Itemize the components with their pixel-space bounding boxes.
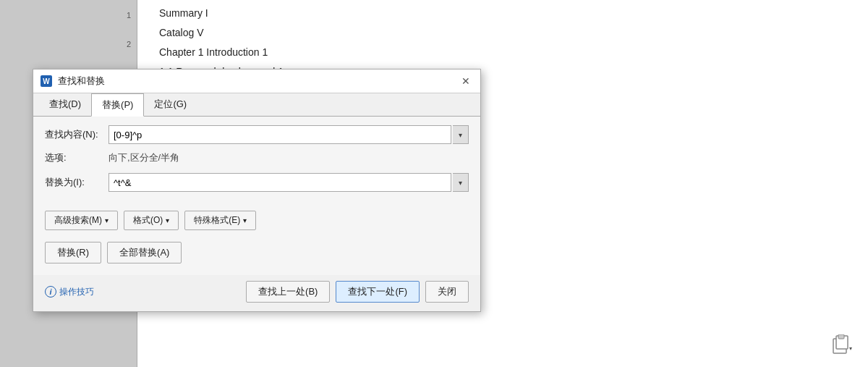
replace-dropdown-arrow[interactable]: ▾ bbox=[453, 173, 469, 192]
find-content-row: 查找内容(N): ▾ bbox=[45, 125, 469, 144]
dialog-titlebar: W 查找和替换 ✕ bbox=[33, 69, 480, 93]
replace-actions-row: 替换(R) 全部替换(A) bbox=[45, 242, 469, 263]
special-format-button[interactable]: 特殊格式(E) ▾ bbox=[184, 211, 256, 230]
options-row: 选项: 向下,区分全/半角 bbox=[45, 151, 469, 164]
dialog-actions: i 操作技巧 查找上一处(B) 查找下一处(F) 关闭 bbox=[33, 275, 480, 311]
close-button[interactable]: 关闭 bbox=[425, 281, 469, 303]
toolbar-row: 高级搜索(M) ▾ 格式(O) ▾ 特殊格式(E) ▾ bbox=[45, 208, 469, 230]
doc-line-chapter1: Chapter 1 Introduction 1 bbox=[159, 43, 846, 62]
spacer bbox=[45, 199, 469, 208]
advanced-search-arrow: ▾ bbox=[105, 216, 109, 224]
tips-link[interactable]: i 操作技巧 bbox=[45, 286, 246, 298]
replace-label: 替换为(I): bbox=[45, 176, 103, 189]
replace-button[interactable]: 替换(R) bbox=[45, 242, 101, 263]
tips-label: 操作技巧 bbox=[59, 286, 94, 298]
svg-rect-2 bbox=[838, 334, 844, 339]
options-value: 向下,区分全/半角 bbox=[109, 151, 179, 164]
find-label: 查找内容(N): bbox=[45, 128, 103, 141]
replace-input-wrap: ▾ bbox=[109, 173, 469, 192]
options-label: 选项: bbox=[45, 151, 103, 164]
doc-line-catalog: Catalog V bbox=[159, 23, 846, 43]
replace-row: 替换为(I): ▾ bbox=[45, 173, 469, 192]
find-next-button[interactable]: 查找下一处(F) bbox=[336, 281, 420, 303]
find-input[interactable] bbox=[109, 125, 451, 144]
format-label: 格式(O) bbox=[133, 214, 163, 227]
dialog-title-icon: W bbox=[41, 75, 52, 87]
find-prev-button[interactable]: 查找上一处(B) bbox=[246, 281, 330, 303]
format-arrow: ▾ bbox=[166, 216, 169, 224]
dialog-title-text: 查找和替换 bbox=[58, 75, 453, 88]
dialog-tabs: 查找(D) 替换(P) 定位(G) bbox=[33, 93, 480, 117]
tab-replace[interactable]: 替换(P) bbox=[91, 93, 144, 117]
highlighted-text: 1 bbox=[262, 46, 268, 58]
dialog-close-button[interactable]: ✕ bbox=[459, 74, 473, 88]
find-dropdown-arrow[interactable]: ▾ bbox=[453, 125, 469, 144]
special-format-label: 特殊格式(E) bbox=[194, 214, 240, 227]
action-buttons: 查找上一处(B) 查找下一处(F) 关闭 bbox=[246, 281, 469, 303]
format-button[interactable]: 格式(O) ▾ bbox=[124, 211, 179, 230]
advanced-search-label: 高级搜索(M) bbox=[54, 214, 102, 227]
find-input-wrap: ▾ bbox=[109, 125, 469, 144]
special-format-arrow: ▾ bbox=[243, 216, 247, 224]
paste-icon[interactable]: ▾ bbox=[832, 334, 854, 356]
find-replace-dialog: W 查找和替换 ✕ 查找(D) 替换(P) 定位(G) 查找内容(N): ▾ 选… bbox=[33, 69, 481, 312]
replace-input[interactable] bbox=[109, 173, 451, 192]
replace-all-button[interactable]: 全部替换(A) bbox=[107, 242, 182, 263]
line-num-2: 2 bbox=[127, 40, 131, 48]
tab-find[interactable]: 查找(D) bbox=[39, 93, 91, 117]
doc-line-summary: Summary I bbox=[159, 4, 846, 23]
tips-icon: i bbox=[45, 286, 56, 298]
svg-text:▾: ▾ bbox=[849, 345, 852, 352]
advanced-search-button[interactable]: 高级搜索(M) ▾ bbox=[45, 211, 118, 230]
tab-goto[interactable]: 定位(G) bbox=[144, 93, 197, 117]
line-num-1: 1 bbox=[127, 11, 131, 20]
dialog-body: 查找内容(N): ▾ 选项: 向下,区分全/半角 替换为(I): ▾ bbox=[33, 117, 480, 275]
